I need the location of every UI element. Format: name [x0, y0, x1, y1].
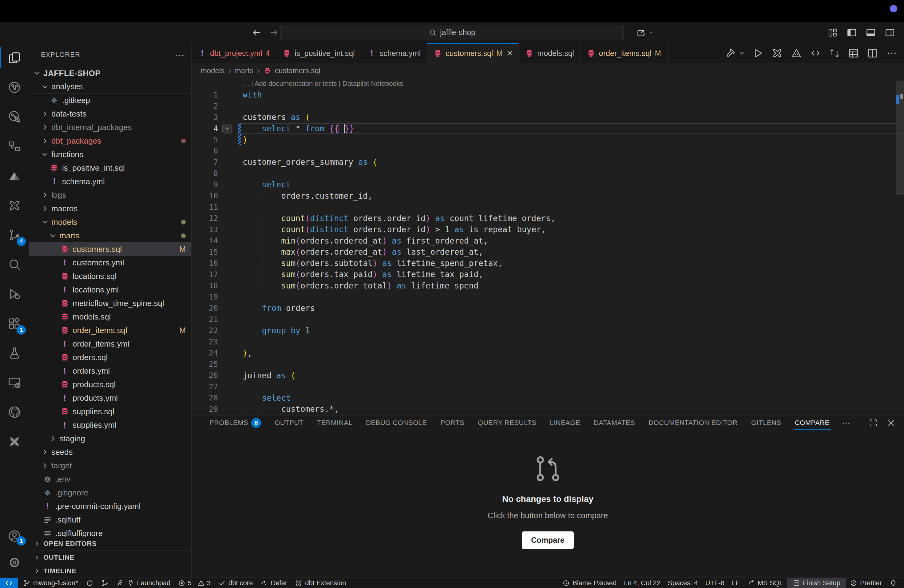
tree-item-analyses[interactable]: analyses — [29, 80, 191, 93]
activity-github[interactable] — [0, 397, 29, 427]
compare-button[interactable]: Compare — [522, 531, 574, 549]
activity-account[interactable]: 1 — [0, 523, 29, 549]
chevron-down-icon[interactable] — [648, 29, 654, 36]
run-icon[interactable] — [752, 47, 764, 59]
tree-item-gitkeep[interactable]: .gitkeep — [29, 93, 191, 107]
code-line-6[interactable]: 6 — [191, 145, 904, 157]
code-line-4[interactable]: 4+ select * from {{ }} — [191, 123, 904, 134]
code-line-11[interactable]: 11 — [191, 201, 904, 213]
status-spaces-4[interactable]: Spaces: 4 — [664, 578, 702, 588]
tree-item-gitignore[interactable]: .gitignore — [29, 486, 191, 499]
close-icon[interactable]: × — [507, 48, 512, 58]
code-line-25[interactable]: 25 — [191, 359, 904, 370]
panel-tab-terminal[interactable]: TERMINAL — [310, 416, 359, 430]
tree-item-data-tests[interactable]: data-tests — [29, 107, 191, 120]
editor-scrollbar[interactable] — [895, 78, 904, 415]
tab-order-items-sql[interactable]: order_items.sqlM — [580, 43, 667, 63]
tree-item-schema-yml[interactable]: !schema.yml — [29, 175, 191, 188]
tree-item-sqlfluff[interactable]: .sqlfluff — [29, 513, 191, 526]
activity-model-graph[interactable] — [0, 132, 29, 161]
code-line-12[interactable]: 12 count(distinct orders.order_id) as co… — [191, 213, 904, 224]
status-defer[interactable]: Defer — [256, 578, 291, 588]
code-editor[interactable]: … | Add documentation or tests | Datapil… — [191, 78, 904, 415]
activity-remote-explorer[interactable] — [0, 368, 29, 397]
code-line-8[interactable]: 8 — [191, 168, 904, 179]
activity-settings-gear[interactable] — [0, 549, 29, 576]
status-prettier[interactable]: Prettier — [846, 578, 885, 588]
tree-item-dbt-packages[interactable]: dbt_packages — [29, 134, 191, 148]
status-ms-sql[interactable]: MS SQL — [743, 578, 787, 588]
table-icon[interactable] — [847, 47, 860, 59]
code-line-9[interactable]: 9 select — [191, 179, 904, 190]
tree-item-jaffle-shop[interactable]: JAFFLE-SHOP — [29, 66, 191, 80]
code-line-1[interactable]: 1with — [191, 89, 904, 101]
panel-tab-documentation-editor[interactable]: DOCUMENTATION EDITOR — [642, 416, 744, 430]
code-line-26[interactable]: 26joined as ( — [191, 370, 904, 381]
code-line-23[interactable]: 23 — [191, 336, 904, 348]
status-bell[interactable] — [885, 578, 901, 588]
tree-item-sqlfluffignore[interactable]: .sqlfluffignore — [29, 526, 191, 537]
code-line-3[interactable]: 3customers as ( — [191, 112, 904, 123]
activity-dbt-lineage-search[interactable] — [0, 102, 29, 132]
tab-dbt-project-yml[interactable]: !dbt_project.yml4 — [191, 43, 276, 63]
toggle-panel-icon[interactable] — [865, 27, 876, 38]
activity-beaker[interactable] — [0, 338, 29, 368]
section-timeline[interactable]: TIMELINE — [29, 564, 191, 577]
status-dbt-extension[interactable]: dbt Extension — [291, 578, 349, 588]
customize-layout-icon[interactable] — [827, 27, 838, 38]
section-open-editors[interactable]: OPEN EDITORS — [29, 537, 191, 550]
tree-item-pre-commit-config-yaml[interactable]: !.pre-commit-config.yaml — [29, 499, 191, 513]
code-line-27[interactable]: 27 — [191, 381, 904, 392]
panel-tab-gitlens[interactable]: GITLENS — [744, 416, 788, 430]
status-item[interactable]: 53 — [174, 578, 214, 588]
code-line-20[interactable]: 20 from orders — [191, 303, 904, 314]
status-mwong-fusion[interactable]: mwong-fusion* — [19, 578, 82, 588]
code-line-14[interactable]: 14 min(orders.ordered_at) as first_order… — [191, 235, 904, 247]
tree-item-is-positive-int-sql[interactable]: is_positive_int.sql — [29, 161, 191, 175]
chevron-down-sm-icon[interactable] — [738, 49, 745, 57]
breadcrumb-segment[interactable]: marts — [235, 66, 253, 75]
code-line-2[interactable]: 2 — [191, 101, 904, 112]
panel-tab-problems[interactable]: PROBLEMS8 — [202, 416, 268, 430]
panel-tab-datamates[interactable]: DATAMATES — [587, 416, 642, 430]
code-line-16[interactable]: 16 sum(orders.subtotal) as lifetime_spen… — [191, 258, 904, 269]
code-line-24[interactable]: 24), — [191, 348, 904, 359]
tree-item-marts[interactable]: marts — [29, 229, 191, 242]
nav-forward-icon[interactable] — [269, 27, 279, 38]
toggle-secondary-sidebar-icon[interactable] — [884, 27, 895, 38]
tab-customers-sql[interactable]: customers.sqlM× — [427, 43, 519, 63]
panel-tab-lineage[interactable]: LINEAGE — [543, 416, 587, 430]
breadcrumb-segment[interactable]: models — [201, 66, 224, 75]
activity-dbt-star[interactable] — [0, 191, 29, 220]
activity-search[interactable] — [0, 250, 29, 279]
code-line-28[interactable]: 28 select — [191, 392, 904, 404]
status-launchpad[interactable]: Launchpad — [112, 578, 174, 588]
tree-item-env[interactable]: .env — [29, 473, 191, 486]
tree-item-seeds[interactable]: seeds — [29, 445, 191, 459]
status-finish-setup[interactable]: Finish Setup — [787, 578, 846, 588]
tab-schema-yml[interactable]: !schema.yml — [361, 43, 427, 63]
toggle-sidebar-icon[interactable] — [846, 27, 857, 38]
status-remote[interactable] — [0, 578, 18, 588]
status-sync[interactable] — [82, 578, 97, 588]
status-blame-paused[interactable]: Blame Paused — [558, 578, 620, 588]
dbt-star-icon[interactable] — [771, 47, 784, 59]
code-line-15[interactable]: 15 max(orders.ordered_at) as last_ordere… — [191, 247, 904, 258]
tree-item-models[interactable]: models — [29, 215, 191, 229]
more-dots-icon[interactable] — [885, 47, 898, 59]
code-line-29[interactable]: 29 customers.*, — [191, 403, 904, 415]
activity-mountain-logo[interactable] — [0, 161, 29, 191]
tree-item-functions[interactable]: functions — [29, 148, 191, 161]
panel-tab-compare[interactable]: COMPARE — [788, 416, 836, 430]
split-editor-icon[interactable] — [866, 47, 879, 59]
activity-source-control-graph[interactable]: 4 — [0, 220, 29, 250]
activity-dbt-lineage[interactable] — [0, 73, 29, 102]
hammer-icon[interactable] — [724, 47, 736, 59]
activity-run-debug[interactable] — [0, 279, 29, 309]
status-dbt-core[interactable]: dbt core — [214, 578, 257, 588]
tree-item-macros[interactable]: macros — [29, 202, 191, 215]
sqlfluff-icon[interactable] — [790, 47, 803, 59]
code-line-7[interactable]: 7customer_orders_summary as ( — [191, 156, 904, 168]
tree-item-staging[interactable]: staging — [29, 432, 191, 445]
compare-changes-icon[interactable] — [828, 47, 841, 59]
